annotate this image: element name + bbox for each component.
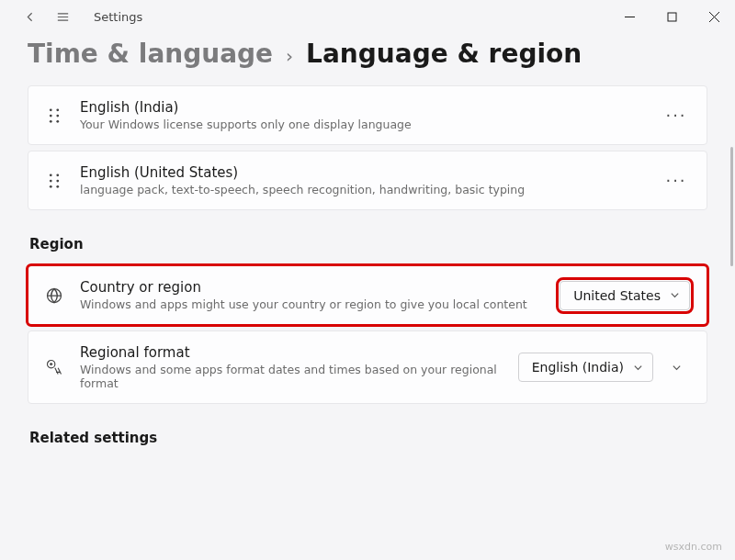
svg-point-2	[56, 108, 59, 111]
country-region-setting[interactable]: Country or region Windows and apps might…	[28, 265, 707, 325]
chevron-right-icon: ›	[286, 45, 293, 67]
app-title: Settings	[94, 10, 142, 24]
regional-format-setting[interactable]: Regional format Windows and some apps fo…	[28, 330, 707, 404]
setting-subtitle: Windows and apps might use your country …	[80, 297, 543, 311]
breadcrumb: Time & language › Language & region	[0, 33, 735, 85]
section-header-region: Region	[29, 236, 706, 252]
dropdown-value: English (India)	[532, 360, 624, 375]
minimize-button[interactable]	[608, 3, 650, 30]
drag-handle-icon[interactable]	[45, 106, 63, 125]
scrollbar[interactable]	[730, 147, 733, 266]
chevron-down-icon	[670, 290, 680, 300]
menu-button[interactable]	[46, 3, 79, 30]
dropdown-value: United States	[573, 288, 661, 303]
more-button[interactable]: ···	[662, 167, 690, 195]
regional-format-dropdown[interactable]: English (India)	[518, 353, 653, 382]
svg-point-1	[50, 108, 52, 111]
language-subtitle: language pack, text-to-speech, speech re…	[80, 183, 646, 196]
maximize-button[interactable]	[650, 3, 693, 30]
globe-icon	[45, 286, 63, 305]
language-item[interactable]: English (India) Your Windows license sup…	[28, 85, 707, 145]
language-title: English (India)	[80, 99, 646, 116]
svg-point-11	[50, 185, 52, 187]
svg-point-7	[50, 174, 52, 176]
watermark: wsxdn.com	[665, 541, 722, 553]
svg-point-10	[56, 179, 59, 182]
svg-point-4	[56, 114, 59, 117]
svg-point-6	[56, 119, 59, 122]
chevron-down-icon	[633, 363, 643, 373]
svg-rect-0	[668, 13, 676, 21]
close-button[interactable]	[693, 3, 735, 30]
section-header-related: Related settings	[29, 430, 706, 446]
svg-point-8	[56, 174, 59, 176]
setting-title: Country or region	[80, 279, 543, 296]
back-button[interactable]	[13, 3, 46, 30]
svg-point-9	[50, 179, 52, 182]
translate-icon	[45, 358, 63, 376]
expand-button[interactable]	[662, 353, 690, 381]
setting-subtitle: Windows and some apps format dates and t…	[80, 363, 502, 390]
svg-point-5	[50, 119, 52, 122]
language-subtitle: Your Windows license supports only one d…	[80, 118, 646, 131]
svg-point-3	[50, 114, 52, 117]
more-button[interactable]: ···	[662, 102, 690, 129]
drag-handle-icon[interactable]	[45, 172, 63, 190]
breadcrumb-parent[interactable]: Time & language	[28, 39, 273, 69]
language-title: English (United States)	[80, 164, 646, 181]
page-title: Language & region	[306, 39, 582, 69]
setting-title: Regional format	[80, 344, 502, 361]
svg-point-12	[56, 185, 59, 187]
country-dropdown[interactable]: United States	[560, 281, 690, 310]
language-item[interactable]: English (United States) language pack, t…	[28, 151, 707, 210]
